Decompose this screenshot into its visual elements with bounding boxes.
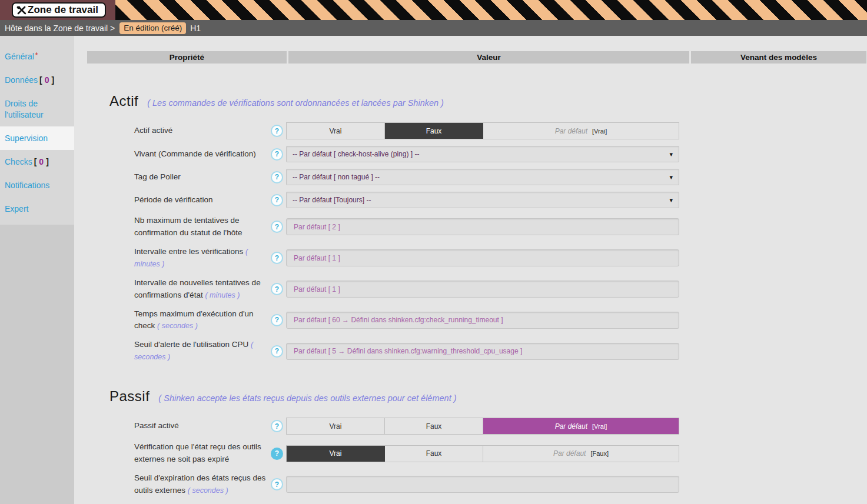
help-icon[interactable]: ?	[271, 125, 283, 137]
caret-down-icon: ▾	[669, 173, 673, 181]
help-icon[interactable]: ?	[271, 252, 283, 264]
field-label: Temps maximum d'exécution d'un check ( s…	[134, 308, 271, 333]
field-label: Nb maximum de tentatives de confirmation…	[134, 215, 271, 239]
help-icon[interactable]: ?	[271, 171, 283, 183]
select-value: -- Par défaut [ non tagué ] --	[293, 173, 380, 181]
sidebar-item-checks[interactable]: Checks[0]	[0, 150, 74, 173]
field-label: Vérification que l'état reçu des outils …	[134, 441, 271, 466]
row-retry-interval: Intervalle de nouvelles tentatives de co…	[134, 277, 867, 302]
section-description: ( Shinken accepte les états reçus depuis…	[158, 393, 456, 403]
row-freshness-threshold: Seuil d'expiration des états reçus des o…	[134, 472, 867, 497]
toggle-option-false[interactable]: Faux	[385, 418, 483, 434]
toggle-option-default[interactable]: Par défaut [Faux]	[483, 446, 679, 462]
sidebar-filler	[0, 225, 74, 504]
row-poller-tag: Tag de Poller ? -- Par défaut [ non tagu…	[134, 169, 867, 185]
help-icon[interactable]: ?	[271, 448, 283, 460]
unit-hint: ( secondes )	[157, 322, 198, 330]
sidebar-item-droits[interactable]: Droits de l'utilisateur	[0, 92, 74, 126]
section-passif: Passif ( Shinken accepte les états reçus…	[74, 388, 867, 497]
select-value: -- Par défaut [Toujours] --	[293, 196, 371, 204]
help-icon[interactable]: ?	[271, 283, 283, 295]
help-icon[interactable]: ?	[271, 420, 283, 432]
form-rows: Actif activé ? Vrai Faux Par défaut [Vra…	[134, 122, 867, 363]
field-label: Intervalle de nouvelles tentatives de co…	[134, 277, 271, 302]
hazard-stripes	[115, 0, 867, 20]
sidebar-item-notifications[interactable]: Notifications	[0, 173, 74, 197]
sidebar-item-supervision[interactable]: Supervision	[0, 126, 74, 150]
toggle-option-true[interactable]: Vrai	[287, 123, 385, 139]
section-heading: Actif	[109, 93, 138, 109]
sidebar-item-general[interactable]: Général*	[0, 45, 74, 68]
field-label: Intervalle entre les vérifications ( min…	[134, 246, 271, 271]
max-attempts-input[interactable]	[286, 218, 679, 235]
sidebar-item-expert[interactable]: Expert	[0, 197, 74, 221]
check-command-select[interactable]: -- Par défaut [ check-host-alive (ping) …	[286, 146, 679, 162]
top-hazard-bar: Zone de travail	[0, 0, 867, 20]
toggle-option-default[interactable]: Par défaut [Vrai]	[483, 418, 679, 434]
help-icon[interactable]: ?	[271, 314, 283, 326]
help-icon[interactable]: ?	[271, 148, 283, 161]
required-marker: *	[35, 51, 38, 59]
help-icon[interactable]: ?	[271, 478, 283, 490]
freshness-threshold-input[interactable]	[286, 476, 679, 493]
row-check-timeout: Temps maximum d'exécution d'un check ( s…	[134, 308, 867, 333]
help-icon[interactable]: ?	[271, 345, 283, 358]
toggle-option-true[interactable]: Vrai	[287, 418, 385, 434]
toggle-option-false[interactable]: Faux	[385, 446, 483, 462]
tristate-toggle: Vrai Faux Par défaut [Vrai]	[286, 122, 679, 139]
check-period-select[interactable]: -- Par défaut [Toujours] -- ▾	[286, 192, 679, 208]
field-label: Période de vérification	[134, 194, 271, 206]
tristate-toggle: Vrai Faux Par défaut [Vrai]	[286, 418, 679, 435]
page-layout: Général* Données[0] Droits de l'utilisat…	[0, 36, 867, 504]
field-label: Seuil d'expiration des états reçus des o…	[134, 472, 271, 497]
column-header-value: Valeur	[288, 51, 689, 64]
count-badge: [0]	[39, 75, 54, 85]
row-freshness-check: Vérification que l'état reçu des outils …	[134, 441, 867, 466]
help-icon[interactable]: ?	[271, 194, 283, 206]
caret-down-icon: ▾	[669, 151, 673, 158]
section-heading: Passif	[109, 388, 150, 405]
field-label: Tag de Poller	[134, 171, 271, 183]
toggle-option-false[interactable]: Faux	[385, 123, 483, 139]
status-badge: En édition (créé)	[119, 22, 186, 34]
select-value: -- Par défaut [ check-host-alive (ping) …	[293, 150, 419, 158]
workspace-button-label: Zone de travail	[28, 4, 98, 16]
workspace-button[interactable]: Zone de travail	[12, 2, 106, 18]
row-cpu-threshold: Seuil d'alerte de l'utilisation CPU ( se…	[134, 339, 867, 363]
form-rows: Passif activé ? Vrai Faux Par défaut [Vr…	[134, 418, 867, 497]
row-check-command: Vivant (Commande de vérification) ? -- P…	[134, 146, 867, 162]
poller-tag-select[interactable]: -- Par défaut [ non tagué ] -- ▾	[286, 169, 679, 185]
host-name: H1	[190, 24, 201, 33]
toggle-option-default[interactable]: Par défaut [Vrai]	[483, 123, 679, 139]
toggle-option-true[interactable]: Vrai	[287, 446, 385, 462]
section-description: ( Les commandes de vérifications sont or…	[147, 98, 444, 108]
unit-hint: ( minutes )	[205, 291, 240, 299]
row-check-interval: Intervalle entre les vérifications ( min…	[134, 246, 867, 271]
column-header-models: Venant des modèles	[691, 51, 866, 64]
row-actif-active: Actif activé ? Vrai Faux Par défaut [Vra…	[134, 122, 867, 139]
check-timeout-input[interactable]	[286, 312, 679, 329]
breadcrumb: Hôte dans la Zone de travail > En éditio…	[0, 20, 867, 36]
field-label: Vivant (Commande de vérification)	[134, 148, 271, 161]
sidebar-item-donnees[interactable]: Données[0]	[0, 68, 74, 92]
table-header: Propriété Valeur Venant des modèles	[87, 51, 867, 64]
row-passif-active: Passif activé ? Vrai Faux Par défaut [Vr…	[134, 418, 867, 435]
section-title: Actif ( Les commandes de vérifications s…	[109, 93, 867, 109]
retry-interval-input[interactable]	[286, 281, 679, 298]
help-icon[interactable]: ?	[271, 221, 283, 233]
row-check-period: Période de vérification ? -- Par défaut …	[134, 192, 867, 208]
cpu-threshold-input[interactable]	[286, 343, 679, 360]
check-interval-input[interactable]	[286, 249, 679, 266]
row-max-attempts: Nb maximum de tentatives de confirmation…	[134, 215, 867, 239]
section-title: Passif ( Shinken accepte les états reçus…	[109, 388, 867, 405]
field-label: Actif activé	[134, 125, 271, 137]
sidebar: Général* Données[0] Droits de l'utilisat…	[0, 36, 74, 504]
sidebar-nav: Général* Données[0] Droits de l'utilisat…	[0, 36, 74, 221]
count-badge: [0]	[34, 157, 49, 166]
field-label: Passif activé	[134, 420, 271, 432]
tristate-toggle: Vrai Faux Par défaut [Faux]	[286, 445, 679, 462]
tools-icon	[16, 5, 27, 16]
main-content: Propriété Valeur Venant des modèles Acti…	[74, 36, 867, 504]
unit-hint: ( secondes )	[188, 486, 228, 495]
breadcrumb-path: Hôte dans la Zone de travail >	[5, 24, 115, 33]
